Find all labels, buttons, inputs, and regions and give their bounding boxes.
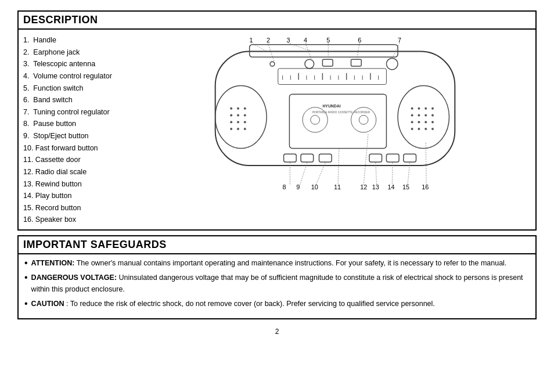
safeguard-text-1: ATTENTION: The owner's manual contains i… <box>31 258 530 269</box>
svg-point-35 <box>411 128 413 130</box>
safeguard-text-2: DANGEROUS VOLTAGE: Uninsulated dangerous… <box>31 272 530 295</box>
svg-point-23 <box>411 107 413 110</box>
list-item-5: 5. Function switch <box>23 82 139 95</box>
svg-point-22 <box>398 85 449 148</box>
list-item-9: 9. Stop/Eject button <box>23 130 139 142</box>
list-item-3: 3. Telescopic antenna <box>23 58 139 70</box>
svg-point-20 <box>237 128 239 130</box>
svg-text:HYUNDAI: HYUNDAI <box>322 104 340 108</box>
svg-point-19 <box>230 128 232 130</box>
svg-line-91 <box>364 134 368 185</box>
list-item-11: 11. Cassette door <box>23 154 139 166</box>
safeguards-section: IMPORTANT SAFEGUARDS • ATTENTION: The ow… <box>17 235 537 319</box>
description-list: 1. Handle 2. Earphone jack 3. Telescopic… <box>23 34 139 226</box>
svg-point-28 <box>418 114 420 117</box>
safeguard-item-2: • DANGEROUS VOLTAGE: Uninsulated dangero… <box>24 272 530 295</box>
svg-text:4: 4 <box>304 37 307 44</box>
svg-point-16 <box>230 121 232 123</box>
safeguard-body-1: The owner's manual contains important op… <box>77 259 507 267</box>
bullet-icon-2: • <box>24 273 28 282</box>
diagram-area: 1 2 3 4 5 6 7 <box>139 34 531 226</box>
list-item-15: 15. Record button <box>23 202 139 214</box>
safeguard-body-3: : To reduce the risk of electric shock, … <box>66 300 435 308</box>
list-item-16: 16. Speaker box <box>23 214 139 226</box>
svg-point-27 <box>411 114 413 117</box>
safeguard-label-1: ATTENTION: <box>31 259 75 267</box>
safeguards-title: IMPORTANT SAFEGUARDS <box>19 236 535 254</box>
safeguard-item-3: • CAUTION : To reduce the risk of electr… <box>24 299 530 310</box>
svg-rect-8 <box>250 45 398 57</box>
svg-text:16: 16 <box>422 184 429 190</box>
svg-point-18 <box>244 121 246 123</box>
list-item-10: 10. Fast forward button <box>23 142 139 154</box>
svg-text:11: 11 <box>334 184 341 190</box>
svg-point-13 <box>230 114 232 117</box>
page: DESCRIPTION 1. Handle 2. Earphone jack 3… <box>0 0 554 392</box>
svg-point-34 <box>431 121 434 123</box>
svg-point-60 <box>311 116 320 125</box>
svg-line-71 <box>251 43 267 52</box>
svg-rect-67 <box>319 154 332 162</box>
svg-point-21 <box>244 128 246 130</box>
svg-point-12 <box>244 107 246 110</box>
description-content: 1. Handle 2. Earphone jack 3. Telescopic… <box>19 30 535 229</box>
svg-text:9: 9 <box>296 184 300 190</box>
svg-rect-58 <box>289 94 386 148</box>
svg-text:15: 15 <box>402 184 409 190</box>
svg-rect-68 <box>369 154 382 162</box>
list-item-8: 8. Pause button <box>23 118 139 130</box>
svg-rect-66 <box>301 154 314 162</box>
svg-point-57 <box>270 62 275 66</box>
list-item-2: 2. Earphone jack <box>23 46 139 59</box>
svg-point-9 <box>215 85 267 148</box>
svg-point-11 <box>237 107 239 110</box>
list-item-6: 6. Band switch <box>23 94 139 106</box>
svg-text:3: 3 <box>286 37 290 44</box>
svg-rect-69 <box>386 154 399 162</box>
svg-rect-65 <box>284 154 297 162</box>
safeguards-content: • ATTENTION: The owner's manual contains… <box>19 254 535 318</box>
svg-text:14: 14 <box>387 184 394 190</box>
svg-point-17 <box>237 121 239 123</box>
svg-rect-55 <box>351 59 362 66</box>
svg-text:10: 10 <box>311 184 318 190</box>
svg-line-76 <box>357 43 359 59</box>
svg-point-31 <box>411 121 413 123</box>
svg-point-53 <box>305 59 314 69</box>
svg-line-73 <box>287 43 312 52</box>
list-item-14: 14. Play button <box>23 190 139 202</box>
svg-line-90 <box>338 148 339 185</box>
description-title: DESCRIPTION <box>19 12 535 30</box>
safeguard-text-3: CAUTION : To reduce the risk of electric… <box>31 299 530 310</box>
svg-point-14 <box>237 114 239 117</box>
svg-point-10 <box>230 107 232 110</box>
svg-text:1: 1 <box>250 37 253 44</box>
svg-rect-54 <box>322 59 333 66</box>
svg-text:8: 8 <box>283 184 286 190</box>
list-item-1: 1. Handle <box>23 34 139 46</box>
svg-point-36 <box>418 128 420 130</box>
svg-point-37 <box>425 128 427 130</box>
svg-text:PORTABLE RADIO CASSETTE RECORD: PORTABLE RADIO CASSETTE RECORDER <box>312 111 370 114</box>
svg-point-24 <box>418 107 420 110</box>
svg-point-62 <box>359 116 368 125</box>
list-item-4: 4. Volume control regulator <box>23 70 139 82</box>
device-diagram: 1 2 3 4 5 6 7 <box>139 34 531 197</box>
svg-point-56 <box>386 58 398 70</box>
bullet-icon-1: • <box>24 258 28 268</box>
svg-point-15 <box>244 114 246 117</box>
page-number: 2 <box>17 328 537 336</box>
svg-text:5: 5 <box>326 37 330 44</box>
svg-point-25 <box>425 107 427 110</box>
svg-point-33 <box>425 121 427 123</box>
svg-text:2: 2 <box>267 37 270 44</box>
safeguard-label-2: DANGEROUS VOLTAGE: <box>31 274 117 282</box>
bullet-icon-3: • <box>24 299 28 308</box>
description-section: DESCRIPTION 1. Handle 2. Earphone jack 3… <box>17 10 537 231</box>
list-item-12: 12. Radio dial scale <box>23 166 139 178</box>
svg-text:7: 7 <box>398 37 401 44</box>
svg-point-30 <box>431 114 434 117</box>
list-item-13: 13. Rewind button <box>23 178 139 190</box>
svg-text:6: 6 <box>358 37 361 44</box>
safeguard-label-3: CAUTION <box>31 300 64 308</box>
